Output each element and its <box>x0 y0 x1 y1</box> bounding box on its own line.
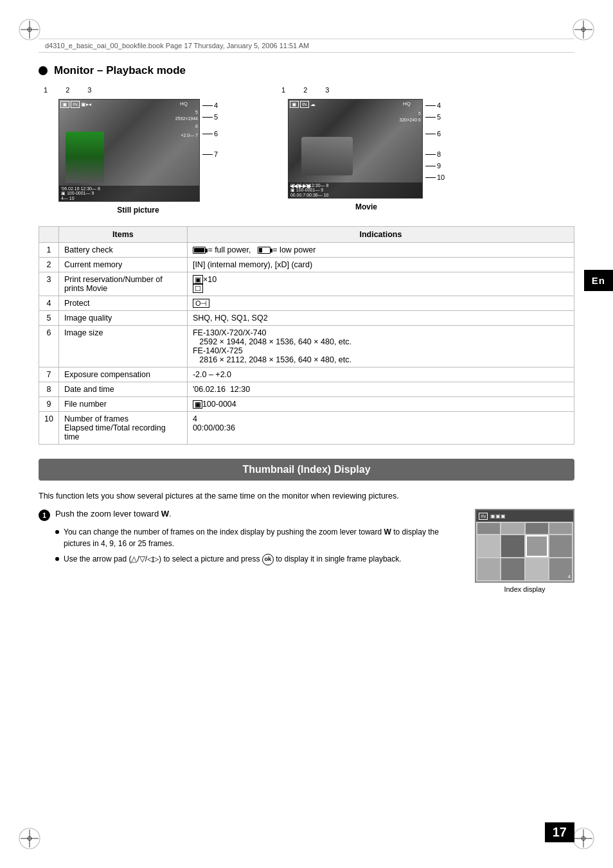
bullet-1-text: You can change the number of frames on t… <box>64 526 462 549</box>
thumbnail-caption: Index display <box>504 585 545 593</box>
thumb-cell-with-num: 4 <box>549 558 572 580</box>
row-indication: O⊣ <box>187 296 574 311</box>
row-num: 3 <box>39 272 59 296</box>
thumbnail-instructions: 1 Push the zoom lever toward W. You can … <box>39 509 462 569</box>
monitor-table: Items Indications 1 Battery check = full… <box>39 226 574 445</box>
thumb-cell <box>549 523 572 533</box>
top-numbers-still: 1 2 3 <box>39 86 238 94</box>
row-item: Current memory <box>58 258 187 272</box>
row-item: Battery check <box>58 243 187 258</box>
bullet-dot-2 <box>55 557 59 561</box>
thumb-cell <box>477 535 500 557</box>
movie-right-labels: 4 5 6 8 9 10 <box>425 99 445 181</box>
row-item: Protect <box>58 296 187 311</box>
table-row: 3 Print reservation/Number of prints Mov… <box>39 272 574 296</box>
row-indication: 400:00/00:36 <box>187 412 574 445</box>
thumbnail-section: Thumbnail (Index) Display This function … <box>39 459 574 593</box>
movie-screen: ▣ IN ☁ HQ 5 320×240 6 06.02.16 12:30— 8 … <box>288 99 423 199</box>
monitor-diagrams: 1 2 3 ▣ IN ▣▸◂ HQ 5 <box>39 86 574 215</box>
row-num: 10 <box>39 412 59 445</box>
section-title-monitor: Monitor – Playback mode <box>39 64 574 77</box>
corner-mark-tl <box>18 18 41 41</box>
bullet-dot-1 <box>55 530 59 534</box>
screen-top-left-icons: ▣ IN ▣▸◂ <box>60 101 91 108</box>
still-screen-image: ▣ IN ▣▸◂ HQ 5 2592×1944 6 +2.0— 7 <box>59 100 199 201</box>
table-row: 8 Date and time '06.02.16 12:30 <box>39 382 574 397</box>
corner-mark-br <box>572 827 595 850</box>
table-col-num <box>39 227 59 243</box>
still-picture-caption: Still picture <box>117 206 159 215</box>
en-badge: En <box>584 270 613 291</box>
bullet-1: You can change the number of frames on t… <box>39 526 462 549</box>
top-numbers-movie: 1 2 3 <box>276 86 456 94</box>
still-diagram-container: ▣ IN ▣▸◂ HQ 5 2592×1944 6 +2.0— 7 <box>58 99 218 202</box>
row-indication: FE-130/X-720/X-740 2592 × 1944, 2048 × 1… <box>187 326 574 368</box>
thumb-cell <box>526 523 548 533</box>
table-row: 1 Battery check = full power, = low powe… <box>39 243 574 258</box>
row-indication: [IN] (internal memory), [xD] (card) <box>187 258 574 272</box>
ok-button-icon: ok <box>262 554 274 565</box>
row-num: 7 <box>39 368 59 382</box>
bullet-icon <box>39 66 48 75</box>
table-col-indications: Indications <box>187 227 574 243</box>
row-num: 1 <box>39 243 59 258</box>
table-row: 7 Exposure compensation -2.0 – +2.0 <box>39 368 574 382</box>
corner-mark-bl <box>18 827 41 850</box>
header-text: d4310_e_basic_oai_00_bookfile.book Page … <box>45 42 309 49</box>
row-item: File number <box>58 397 187 412</box>
thumb-cell-selected <box>526 535 548 557</box>
step-1-circle: 1 <box>39 509 50 521</box>
table-row: 2 Current memory [IN] (internal memory),… <box>39 258 574 272</box>
row-num: 4 <box>39 296 59 311</box>
row-indication: = full power, = low power <box>187 243 574 258</box>
table-col-items: Items <box>58 227 187 243</box>
row-indication: '06.02.16 12:30 <box>187 382 574 397</box>
thumbnail-image-container: IN ▣▣▣ 4 <box>475 509 574 593</box>
table-row: 9 File number ▣100-0004 <box>39 397 574 412</box>
step-1-text: Push the zoom lever toward W. <box>55 509 172 518</box>
table-row: 5 Image quality SHQ, HQ, SQ1, SQ2 <box>39 311 574 326</box>
page-number: 17 <box>545 822 574 842</box>
still-right-labels: 4 5 6 7 <box>202 99 218 158</box>
table-row: 10 Number of framesElapsed time/Total re… <box>39 412 574 445</box>
still-picture-screen: ▣ IN ▣▸◂ HQ 5 2592×1944 6 +2.0— 7 <box>58 99 200 202</box>
bullet-2-text: Use the arrow pad (△/▽/◁▷) to select a p… <box>64 553 402 565</box>
thumb-cell <box>501 558 524 580</box>
thumb-cell <box>549 535 572 557</box>
row-item: Print reservation/Number of prints Movie <box>58 272 187 296</box>
page: En d4310_e_basic_oai_00_bookfile.book Pa… <box>0 0 613 868</box>
thumb-cell <box>501 523 524 533</box>
row-item: Image size <box>58 326 187 368</box>
corner-mark-tr <box>572 18 595 41</box>
row-item: Number of framesElapsed time/Total recor… <box>58 412 187 445</box>
movie-caption: Movie <box>355 202 377 211</box>
thumbnail-intro: This function lets you show several pict… <box>39 490 574 502</box>
movie-diagram-container: ▣ IN ☁ HQ 5 320×240 6 06.02.16 12:30— 8 … <box>288 99 445 199</box>
thumb-cell <box>526 558 548 580</box>
row-num: 5 <box>39 311 59 326</box>
step-1: 1 Push the zoom lever toward W. <box>39 509 462 521</box>
row-num: 9 <box>39 397 59 412</box>
movie-screen-image: ▣ IN ☁ HQ 5 320×240 6 06.02.16 12:30— 8 … <box>289 100 422 198</box>
row-item: Date and time <box>58 382 187 397</box>
row-indication: SHQ, HQ, SQ1, SQ2 <box>187 311 574 326</box>
thumbnail-grid: IN ▣▣▣ 4 <box>475 509 574 583</box>
bullet-2: Use the arrow pad (△/▽/◁▷) to select a p… <box>39 553 462 565</box>
header-bar: d4310_e_basic_oai_00_bookfile.book Page … <box>39 39 574 53</box>
row-num: 6 <box>39 326 59 368</box>
table-row: 6 Image size FE-130/X-720/X-740 2592 × 1… <box>39 326 574 368</box>
thumb-cell <box>477 558 500 580</box>
thumbnail-content: 1 Push the zoom lever toward W. You can … <box>39 509 574 593</box>
thumb-cell <box>477 523 500 533</box>
thumb-cell <box>501 535 524 557</box>
row-indication: -2.0 – +2.0 <box>187 368 574 382</box>
row-indication: ▣×10 ☐ <box>187 272 574 296</box>
row-item: Image quality <box>58 311 187 326</box>
still-picture-diagram: 1 2 3 ▣ IN ▣▸◂ HQ 5 <box>39 86 238 215</box>
thumbnail-section-title: Thumbnail (Index) Display <box>39 459 574 481</box>
row-item: Exposure compensation <box>58 368 187 382</box>
row-num: 8 <box>39 382 59 397</box>
movie-diagram: 1 2 3 ▣ IN ☁ HQ 5 320×240 6 <box>276 86 456 211</box>
row-indication: ▣100-0004 <box>187 397 574 412</box>
row-num: 2 <box>39 258 59 272</box>
